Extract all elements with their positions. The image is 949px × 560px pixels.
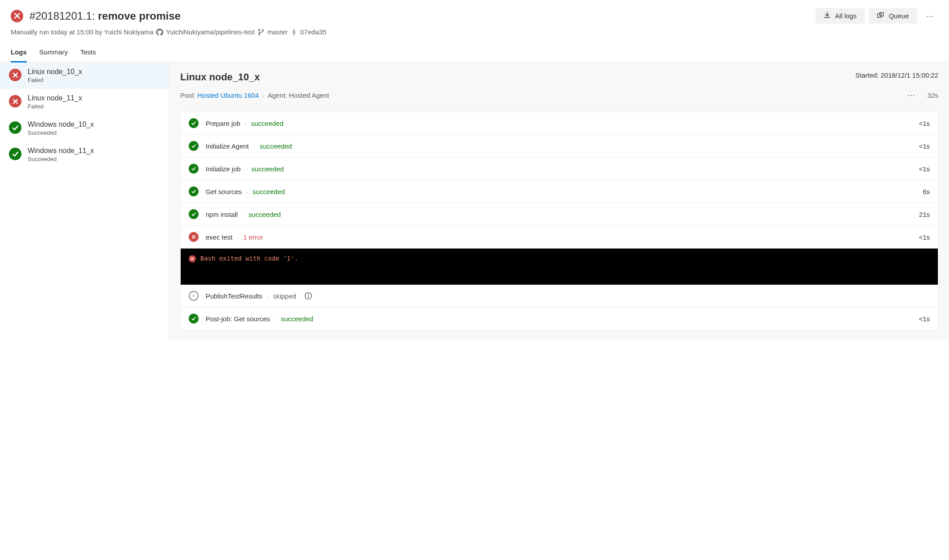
svg-rect-1 — [880, 12, 883, 16]
steps-list: Prepare job·succeeded<1sInitialize Agent… — [180, 112, 938, 330]
check-icon — [189, 314, 199, 324]
step-result: succeeded — [251, 120, 284, 127]
step-duration: <1s — [919, 315, 930, 323]
job-name: Linux node_10_x — [28, 68, 82, 76]
svg-point-5 — [293, 31, 295, 33]
github-icon — [156, 29, 163, 36]
check-icon — [189, 164, 199, 174]
job-item[interactable]: Linux node_10_xFailed — [0, 62, 169, 89]
pool-agent-text: Pool: Hosted Ubuntu 1604 · Agent: Hosted… — [180, 91, 329, 99]
step-name: Initialize job — [206, 165, 240, 173]
step-row[interactable]: Prepare job·succeeded<1s — [181, 112, 938, 135]
pool-link[interactable]: Hosted Ubuntu 1604 — [197, 91, 259, 99]
svg-point-3 — [259, 33, 260, 35]
check-icon — [189, 118, 199, 128]
job-more-button[interactable]: ⋯ — [903, 87, 920, 103]
step-result: succeeded — [260, 142, 292, 150]
step-row[interactable]: Post-job: Get sources·succeeded<1s — [181, 307, 938, 330]
step-row[interactable]: PublishTestResults·skipped — [181, 285, 938, 307]
step-row[interactable]: npm install·succeeded21s — [181, 203, 938, 226]
step-name: exec test — [206, 233, 232, 241]
skip-icon — [189, 291, 199, 301]
step-result: succeeded — [252, 165, 284, 173]
check-icon — [189, 187, 199, 196]
step-duration: <1s — [919, 165, 930, 173]
check-icon — [189, 209, 199, 219]
step-duration: <1s — [919, 142, 930, 150]
job-status: Succeeded — [28, 129, 94, 136]
tab-logs[interactable]: Logs — [11, 48, 27, 62]
step-name: PublishTestResults — [206, 292, 262, 300]
step-duration: 6s — [923, 188, 930, 195]
jobs-sidebar: Linux node_10_xFailedLinux node_11_xFail… — [0, 62, 170, 339]
step-row[interactable]: exec test·1 error<1s — [181, 226, 938, 249]
job-status: Failed — [28, 77, 82, 83]
job-title: Linux node_10_x — [180, 71, 260, 83]
page-title: #20181201.1: remove promise — [29, 10, 181, 22]
error-output: Bash exited with code '1'. — [181, 249, 938, 285]
step-result: succeeded — [281, 315, 313, 323]
job-name: Windows node_11_x — [28, 147, 94, 155]
error-icon — [189, 255, 196, 262]
job-item[interactable]: Windows node_10_xSucceeded — [0, 115, 169, 141]
step-result: succeeded — [253, 188, 285, 195]
download-icon — [824, 12, 831, 20]
more-actions-button[interactable]: ⋯ — [921, 8, 938, 24]
all-logs-button[interactable]: All logs — [816, 8, 865, 24]
repo-text[interactable]: YuichiNukiyama/pipelines-test — [166, 28, 255, 36]
step-row[interactable]: Initialize Agent·succeeded<1s — [181, 135, 938, 158]
info-icon[interactable] — [304, 292, 312, 300]
step-result: 1 error — [243, 233, 263, 241]
step-name: npm install — [206, 211, 238, 218]
queue-button[interactable]: Queue — [869, 8, 917, 24]
svg-rect-8 — [308, 295, 309, 298]
branch-text[interactable]: master — [267, 28, 288, 36]
step-row[interactable]: Initialize job·succeeded<1s — [181, 158, 938, 180]
job-item[interactable]: Linux node_11_xFailed — [0, 89, 169, 115]
svg-point-2 — [259, 29, 260, 30]
x-icon — [9, 95, 21, 108]
svg-rect-0 — [878, 14, 881, 17]
job-name: Linux node_11_x — [28, 94, 82, 102]
step-result: succeeded — [249, 211, 281, 218]
x-icon — [9, 69, 21, 81]
run-by-text: Manually run today at 15:00 by Yuichi Nu… — [11, 28, 153, 36]
step-name: Post-job: Get sources — [206, 315, 270, 323]
job-name: Windows node_10_x — [28, 120, 94, 129]
job-started: Started: 2018/12/1 15:00:22 — [855, 71, 938, 79]
step-name: Initialize Agent — [206, 142, 249, 150]
job-duration: 32s — [928, 91, 938, 99]
step-duration: <1s — [919, 120, 930, 127]
commit-icon — [290, 29, 298, 36]
build-title: remove promise — [98, 10, 180, 22]
job-status: Succeeded — [28, 156, 94, 162]
commit-text[interactable]: 07eda35 — [300, 28, 326, 36]
check-icon — [9, 148, 21, 160]
build-number: #20181201.1: — [29, 10, 95, 22]
step-duration: 21s — [919, 211, 930, 218]
error-text: Bash exited with code '1'. — [200, 255, 298, 262]
tab-summary[interactable]: Summary — [39, 48, 68, 62]
step-name: Get sources — [206, 188, 242, 195]
branch-icon — [257, 29, 265, 36]
svg-point-7 — [307, 294, 308, 295]
step-result: skipped — [273, 292, 296, 300]
tab-tests[interactable]: Tests — [80, 48, 96, 62]
job-status: Failed — [28, 103, 82, 110]
step-duration: <1s — [919, 233, 930, 241]
job-item[interactable]: Windows node_11_xSucceeded — [0, 141, 169, 168]
step-name: Prepare job — [206, 120, 240, 127]
build-status-icon — [11, 10, 23, 22]
svg-point-4 — [262, 29, 264, 31]
check-icon — [9, 121, 21, 134]
queue-icon — [877, 12, 884, 20]
check-icon — [189, 141, 199, 151]
step-row[interactable]: Get sources·succeeded6s — [181, 180, 938, 203]
x-icon — [189, 232, 199, 242]
